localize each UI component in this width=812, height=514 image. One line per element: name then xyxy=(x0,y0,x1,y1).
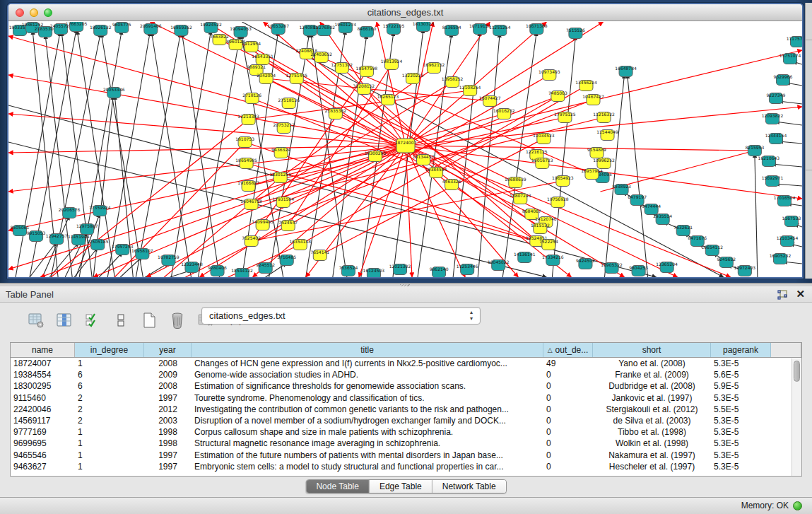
graph-node[interactable]: 12942757 xyxy=(46,234,68,245)
scrollbar-thumb[interactable] xyxy=(794,361,800,382)
close-panel-icon[interactable]: ✕ xyxy=(796,288,805,300)
graph-node[interactable]: 1815132 xyxy=(531,223,550,234)
network-window[interactable]: citations_edges.txt 19033521198612522183… xyxy=(7,3,804,279)
graph-node[interactable]: 9605775 xyxy=(112,23,131,33)
graph-node[interactable]: 16782759 xyxy=(158,255,180,266)
table-row[interactable]: 911546021997Tourette syndrome. Phenomeno… xyxy=(11,392,801,404)
graph-node[interactable]: 10719155 xyxy=(469,24,491,35)
column-header-name[interactable]: name xyxy=(11,343,75,357)
tab-node-table[interactable]: Node Table xyxy=(306,480,370,493)
graph-node[interactable]: 10688639 xyxy=(505,177,526,188)
graph-node[interactable]: 16671388 xyxy=(526,24,548,35)
graph-edge[interactable] xyxy=(755,153,758,277)
tab-edge-table[interactable]: Edge Table xyxy=(370,480,433,493)
graph-node[interactable]: 19601274 xyxy=(335,23,357,33)
graph-node[interactable]: 8466160 xyxy=(358,27,377,37)
table-row[interactable]: 969969511998Structural magnetic resonanc… xyxy=(11,438,801,449)
graph-node[interactable]: 2935514 xyxy=(653,214,672,225)
graph-node[interactable]: 10996252 xyxy=(593,158,615,169)
graph-node[interactable]: 16959352 xyxy=(170,25,192,36)
graph-node[interactable]: 10467427 xyxy=(582,95,604,105)
table-row[interactable]: 1830029562008Estimation of significance … xyxy=(11,380,801,392)
graph-node[interactable]: 10654112 xyxy=(701,245,723,256)
graph-edge[interactable] xyxy=(151,32,191,277)
graph-node[interactable]: 12751302 xyxy=(331,63,353,74)
graph-node[interactable]: 7515526 xyxy=(566,28,585,39)
graph-node[interactable]: 9424502 xyxy=(576,259,595,269)
table-row[interactable]: 977716911998Corpus callosum shape and si… xyxy=(11,426,801,438)
graph-edge[interactable] xyxy=(182,33,219,277)
graph-edge[interactable] xyxy=(478,33,500,277)
graph-node[interactable]: 15692971 xyxy=(762,176,784,187)
graph-node[interactable]: 2718126 xyxy=(242,93,261,104)
graph-node[interactable]: 16124503 xyxy=(363,269,385,278)
network-view-canvas[interactable]: 1903352119861252218353062405572417663205… xyxy=(8,22,802,277)
graph-node[interactable]: 13456224 xyxy=(575,81,597,91)
graph-node[interactable]: 20206576 xyxy=(59,208,81,218)
graph-node[interactable]: 9227349 xyxy=(767,93,786,104)
column-header-out_de[interactable]: △out_de... xyxy=(543,343,593,357)
graph-node[interactable]: 15751074 xyxy=(779,54,801,64)
graph-node[interactable]: 17359924 xyxy=(89,206,111,216)
table-row[interactable]: 946362711997Embryonic stem cells: a mode… xyxy=(11,461,801,472)
graph-node[interactable]: 7625402 xyxy=(242,236,261,247)
graph-node[interactable]: 7485063 xyxy=(548,91,567,102)
column-header-short[interactable]: short xyxy=(593,343,711,357)
graph-node[interactable]: 9280406 xyxy=(208,266,227,276)
vertical-scrollbar[interactable] xyxy=(792,358,801,477)
graph-node[interactable]: 12505185 xyxy=(87,240,109,250)
graph-edge[interactable] xyxy=(406,146,731,277)
network-window-titlebar[interactable]: citations_edges.txt xyxy=(8,4,802,21)
graph-node[interactable]: 9245512 xyxy=(256,263,275,274)
column-header-title[interactable]: title xyxy=(192,343,543,357)
graph-node[interactable]: 8215953 xyxy=(746,146,765,156)
table-settings-icon[interactable] xyxy=(27,311,45,329)
graph-node[interactable]: 14099485 xyxy=(252,220,273,230)
graph-node[interactable]: 18544122 xyxy=(231,269,253,278)
graph-node[interactable]: 7654141 xyxy=(310,250,329,261)
graph-node[interactable]: 19756928 xyxy=(547,197,569,208)
graph-edge[interactable] xyxy=(406,146,755,151)
graph-node[interactable]: 20691406 xyxy=(140,24,162,35)
trash-icon[interactable] xyxy=(168,311,187,329)
graph-node[interactable]: 19166827 xyxy=(237,181,259,192)
row-height-icon[interactable] xyxy=(112,311,130,329)
graph-edge[interactable] xyxy=(772,164,802,167)
graph-node[interactable]: 9862140 xyxy=(430,267,449,278)
graph-node[interactable]: 10653287 xyxy=(267,24,289,35)
graph-node[interactable]: 9474444 xyxy=(642,204,661,215)
graph-node[interactable]: 16648784 xyxy=(615,66,637,77)
graph-node[interactable]: 11175724 xyxy=(787,37,802,47)
graph-node[interactable]: 11251254 xyxy=(489,25,511,36)
graph-node[interactable]: 4463326 xyxy=(442,180,461,190)
select-columns-icon[interactable] xyxy=(83,311,102,329)
graph-node[interactable]: 7632621 xyxy=(673,226,693,236)
graph-node[interactable]: 9915053 xyxy=(27,231,46,242)
graph-node[interactable]: 9154889 xyxy=(587,148,606,158)
table-row[interactable]: 1872400712008Changes of HCN gene express… xyxy=(11,358,801,369)
graph-node[interactable]: 18926132 xyxy=(90,25,112,36)
graph-node[interactable]: 12021302 xyxy=(389,264,411,275)
column-header-year[interactable]: year xyxy=(144,343,192,357)
table-row[interactable]: 946554611997Estimation of the future num… xyxy=(11,450,801,461)
new-file-icon[interactable] xyxy=(140,311,158,329)
graph-edge[interactable] xyxy=(30,242,57,277)
graph-node[interactable]: 12444154 xyxy=(765,134,787,144)
graph-node[interactable]: 19813924 xyxy=(381,59,403,70)
table-row[interactable]: 2242004622012Investigating the contribut… xyxy=(11,404,801,415)
float-panel-icon[interactable] xyxy=(777,289,788,300)
graph-node[interactable]: 15722105 xyxy=(383,24,405,35)
column-header-in_degree[interactable]: in_degree xyxy=(75,343,144,357)
graph-node[interactable]: 14136141 xyxy=(514,252,536,263)
column-header-pagerank[interactable]: pagerank xyxy=(711,343,771,357)
graph-node[interactable]: 7524547 xyxy=(278,221,298,231)
graph-node[interactable]: 19654923 xyxy=(552,176,574,187)
graph-node[interactable]: 12365204 xyxy=(656,262,678,273)
graph-node[interactable]: 18724007 xyxy=(395,139,417,153)
graph-node[interactable]: 12108254 xyxy=(459,86,481,96)
graph-node[interactable]: 12975887 xyxy=(76,224,98,235)
tab-network-table[interactable]: Network Table xyxy=(433,480,506,493)
graph-edge[interactable] xyxy=(307,54,541,228)
graph-node[interactable]: 9245652 xyxy=(717,257,736,268)
graph-node[interactable]: 1810753 xyxy=(235,137,254,148)
